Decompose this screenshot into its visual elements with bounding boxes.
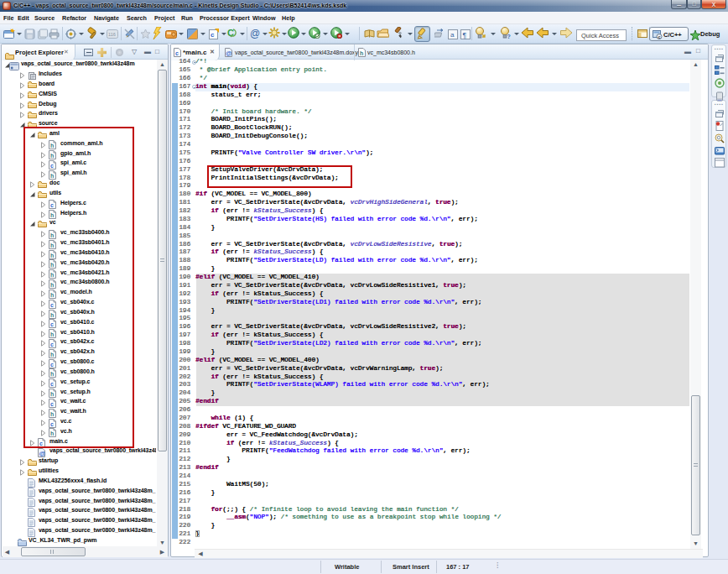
svg-text:116: 116 [108, 32, 116, 37]
svg-text:@: @ [226, 50, 231, 57]
svg-text:¶: ¶ [463, 31, 467, 39]
svg-text:c: c [175, 50, 179, 56]
svg-text:a: a [450, 31, 455, 39]
svg-text:c: c [658, 34, 661, 39]
svg-text:@: @ [39, 450, 46, 457]
svg-text:c: c [211, 31, 215, 39]
svg-text:h: h [360, 50, 363, 56]
svg-text:@: @ [250, 28, 260, 39]
svg-text:?: ? [507, 34, 511, 39]
